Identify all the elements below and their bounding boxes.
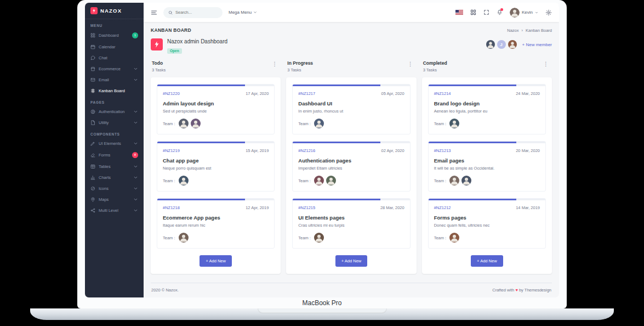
task-card[interactable]: #NZ1214 24 Mar, 2020 Brand logo design A… <box>428 84 546 134</box>
column-menu-icon[interactable]: ⋮ <box>270 60 280 68</box>
task-id[interactable]: #NZ1217 <box>298 91 315 96</box>
team-label: Team : <box>298 235 311 240</box>
member-initial-avatar[interactable]: J <box>497 40 506 49</box>
macbook-notch <box>258 308 387 313</box>
sidebar-item-label: UI Elements <box>99 141 121 146</box>
task-card[interactable]: #NZ1220 17 Apr, 2020 Admin layout design… <box>157 84 275 134</box>
column-menu-icon[interactable]: ⋮ <box>406 60 415 68</box>
app-footer: 2020 © Nazox. Crafted with ♥ by Themesde… <box>151 283 552 297</box>
column-menu-icon[interactable]: ⋮ <box>541 60 551 68</box>
menu-toggle-button[interactable] <box>151 9 157 16</box>
user-menu[interactable]: Kevin <box>510 8 538 18</box>
task-id[interactable]: #NZ1214 <box>434 91 451 96</box>
task-title[interactable]: Authentication pages <box>298 158 404 164</box>
sidebar-item-icons[interactable]: Icons <box>85 183 144 194</box>
chevron-down-icon <box>133 120 138 125</box>
new-member-button[interactable]: + New member <box>522 42 552 47</box>
sidebar-item-utility[interactable]: Utility <box>85 117 144 128</box>
app-window: NAZOX MENUDashboard1CalendarChatEcommerc… <box>85 3 559 297</box>
notifications-button[interactable] <box>497 9 503 15</box>
maps-icon <box>90 197 95 202</box>
breadcrumb-item[interactable]: Nazox <box>507 28 518 33</box>
task-card[interactable]: #NZ1213 20 Mar, 2020 Email pages It will… <box>428 141 546 192</box>
search-input[interactable] <box>175 10 216 15</box>
task-id[interactable]: #NZ1220 <box>163 91 180 96</box>
mega-menu-button[interactable]: Mega Menu <box>229 10 257 15</box>
task-card[interactable]: #NZ1212 14 Mar, 2019 Forms pages Donec q… <box>428 198 546 249</box>
task-title[interactable]: Dashboard UI <box>298 100 404 106</box>
task-card[interactable]: #NZ1216 02 Apr, 2020 Authentication page… <box>292 141 410 192</box>
sidebar-item-label: Charts <box>99 175 111 180</box>
sidebar-item-tables[interactable]: Tables <box>85 161 144 172</box>
task-id[interactable]: #NZ1212 <box>434 205 451 210</box>
sidebar-item-ui-elements[interactable]: UI Elements <box>85 138 144 149</box>
chevron-down-icon <box>133 66 138 71</box>
page-title: KANBAN BOARD <box>151 27 191 33</box>
chevron-down-icon <box>133 109 138 114</box>
avatar <box>461 176 471 186</box>
avatar <box>326 176 336 186</box>
search-box[interactable] <box>163 7 223 18</box>
task-title[interactable]: Chat app page <box>163 158 269 164</box>
sidebar-item-forms[interactable]: Forms8 <box>85 149 144 161</box>
apps-grid-button[interactable] <box>470 9 476 15</box>
task-id[interactable]: #NZ1216 <box>298 148 315 153</box>
topbar: Mega Menu <box>144 3 559 22</box>
task-date: 12 Apr, 2019 <box>246 205 269 210</box>
sidebar-item-multi-level[interactable]: Multi Level <box>85 205 144 216</box>
sidebar-item-email[interactable]: Email <box>85 74 144 85</box>
logo[interactable]: NAZOX <box>85 3 144 19</box>
sidebar-item-charts[interactable]: Charts <box>85 172 144 183</box>
task-date: 24 Mar, 2020 <box>516 91 540 96</box>
add-new-button[interactable]: + Add New <box>200 255 231 267</box>
add-new-button[interactable]: + Add New <box>335 255 367 267</box>
sidebar-badge: 8 <box>132 152 138 158</box>
task-title[interactable]: Email pages <box>434 158 540 164</box>
screen: NAZOX MENUDashboard1CalendarChatEcommerc… <box>85 3 559 297</box>
chevron-down-icon <box>133 141 138 146</box>
sidebar-item-kanban-board[interactable]: Kanban Board <box>85 85 144 96</box>
task-card[interactable]: #NZ1215 28 Mar, 2020 UI Elements pages C… <box>292 198 410 249</box>
sidebar-badge: 1 <box>132 32 138 38</box>
board-status-badge: Open <box>167 48 182 54</box>
task-card[interactable]: #NZ1219 15 Apr, 2019 Chat app page Neque… <box>157 141 275 192</box>
task-card[interactable]: #NZ1218 12 Apr, 2019 Ecommerce App pages… <box>157 198 275 249</box>
add-new-button[interactable]: + Add New <box>471 255 503 267</box>
sidebar-item-maps[interactable]: Maps <box>85 194 144 205</box>
task-id[interactable]: #NZ1218 <box>163 205 180 210</box>
fullscreen-button[interactable] <box>483 9 489 15</box>
task-date: 14 Mar, 2019 <box>516 205 540 210</box>
settings-button[interactable] <box>545 9 552 16</box>
sidebar-item-label: Maps <box>99 197 109 202</box>
auth-icon <box>90 109 95 114</box>
task-title[interactable]: UI Elements pages <box>298 215 404 221</box>
task-title[interactable]: Brand logo design <box>434 100 540 106</box>
chevron-down-icon <box>133 77 138 82</box>
sidebar-item-authentication[interactable]: Authentication <box>85 106 144 117</box>
sidebar-item-dashboard[interactable]: Dashboard1 <box>85 29 144 41</box>
chevron-down-icon <box>133 208 138 213</box>
member-avatar[interactable] <box>486 40 495 49</box>
kanban-column-in-progress: In Progress 3 Tasks ⋮ #NZ1217 05 Apr, 20… <box>286 60 416 274</box>
sidebar-item-calendar[interactable]: Calendar <box>85 41 144 52</box>
task-id[interactable]: #NZ1213 <box>434 148 451 153</box>
sidebar-item-label: Calendar <box>99 44 115 49</box>
task-id[interactable]: #NZ1219 <box>163 148 180 153</box>
chevron-down-icon <box>133 186 138 191</box>
column-panel: #NZ1217 05 Apr, 2020 Dashboard UI In eni… <box>286 77 416 274</box>
task-title[interactable]: Admin layout design <box>163 100 269 106</box>
us-flag-icon[interactable] <box>455 10 463 15</box>
avatar <box>486 40 495 49</box>
sidebar-item-chat[interactable]: Chat <box>85 52 144 63</box>
team-label: Team : <box>298 121 311 126</box>
member-avatar[interactable] <box>508 40 517 49</box>
task-team: Team : <box>298 176 404 186</box>
column-task-count: 3 Tasks <box>287 68 313 72</box>
task-id[interactable]: #NZ1215 <box>298 205 315 210</box>
task-card[interactable]: #NZ1217 05 Apr, 2020 Dashboard UI In eni… <box>292 84 410 134</box>
task-title[interactable]: Ecommerce App pages <box>163 215 269 221</box>
tables-icon <box>90 164 95 169</box>
task-title[interactable]: Forms pages <box>434 215 540 221</box>
breadcrumb: Nazox › Kanban Board <box>507 28 552 33</box>
sidebar-item-ecommerce[interactable]: Ecommerce <box>85 63 144 74</box>
